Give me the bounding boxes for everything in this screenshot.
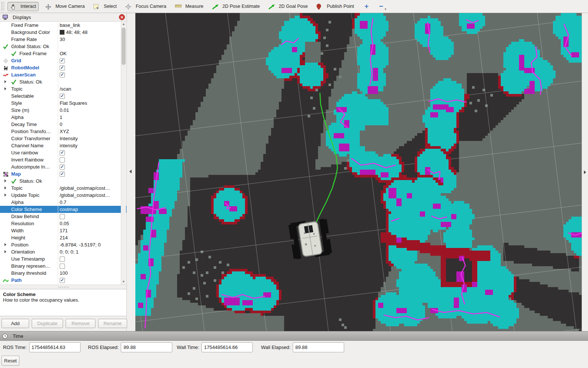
checkbox[interactable]: [60, 65, 65, 70]
tree-row-width[interactable]: Width171: [0, 227, 126, 234]
row-value[interactable]: costmap: [60, 206, 78, 213]
checkbox[interactable]: [60, 164, 65, 170]
duplicate-button[interactable]: Duplicate: [32, 319, 63, 328]
row-value[interactable]: [60, 71, 65, 78]
tree-row-orientation[interactable]: Orientation0; 0; 0; 1: [0, 248, 126, 255]
toolbar-button-2d-pose-estimate[interactable]: 2D Pose Estimate: [210, 2, 262, 11]
checkbox[interactable]: [60, 94, 65, 99]
tree-row-robotmodel[interactable]: RobotModel: [0, 64, 126, 71]
tree-row-use-rainbow[interactable]: Use rainbow: [0, 149, 126, 156]
tree-row-global-status-ok[interactable]: Global Status: Ok: [0, 43, 126, 50]
3d-viewport[interactable]: [135, 13, 582, 331]
tree-row-binary-represen-[interactable]: Binary represen…: [0, 262, 126, 270]
row-value[interactable]: 0; 0; 0; 1: [60, 248, 79, 255]
row-value[interactable]: 30: [60, 36, 65, 43]
tree-row-binary-threshold[interactable]: Binary threshold100: [0, 270, 126, 277]
scrollbar-thumb[interactable]: [122, 28, 126, 65]
tree-row-update-topic[interactable]: Update Topic/global_costmap/cost…: [0, 192, 126, 199]
displays-panel-header[interactable]: Displays ✕: [0, 13, 126, 22]
row-value[interactable]: Intensity: [60, 135, 78, 142]
expand-icon[interactable]: [4, 80, 6, 83]
row-value[interactable]: [60, 170, 65, 177]
row-value[interactable]: [60, 277, 65, 284]
left-splitter[interactable]: [127, 13, 135, 331]
checkbox[interactable]: [60, 278, 65, 283]
tree-row-color-scheme[interactable]: Color Schemecostmap: [0, 206, 126, 213]
reset-button[interactable]: Reset: [1, 356, 19, 366]
remove-button[interactable]: Remove: [66, 319, 95, 328]
tree-row-style[interactable]: StyleFlat Squares: [0, 100, 126, 107]
row-value[interactable]: /scan: [60, 85, 71, 92]
row-value[interactable]: -6.8784; -3.5197; 0: [60, 241, 101, 248]
checkbox[interactable]: [60, 58, 65, 63]
row-value[interactable]: intensity: [60, 142, 78, 149]
toolbar-grip[interactable]: [1, 1, 4, 11]
tree-row-alpha[interactable]: Alpha0.7: [0, 199, 126, 206]
time-panel-header[interactable]: Time: [0, 331, 588, 341]
checkbox[interactable]: [60, 264, 65, 269]
row-value[interactable]: [60, 92, 65, 100]
row-value[interactable]: 0.05: [60, 220, 69, 227]
row-value[interactable]: Flat Squares: [60, 100, 87, 107]
time-field-input[interactable]: [29, 342, 81, 352]
row-value[interactable]: 214: [60, 234, 68, 241]
checkbox[interactable]: [60, 172, 65, 177]
tree-row-map[interactable]: Map: [0, 170, 126, 177]
tree-row-resolution[interactable]: Resolution0.05: [0, 220, 126, 227]
tree-row-topic[interactable]: Topic/scan: [0, 85, 126, 92]
tree-row-status-ok[interactable]: Status: Ok: [0, 177, 126, 185]
scrollbar-up-icon[interactable]: ▲: [121, 22, 126, 27]
row-value[interactable]: [60, 255, 65, 262]
tree-row-decay-time[interactable]: Decay Time0: [0, 121, 126, 128]
remove-tool-button[interactable]: −: [377, 1, 386, 11]
time-field-input[interactable]: [201, 342, 253, 352]
tree-row-selectable[interactable]: Selectable: [0, 92, 126, 100]
row-value[interactable]: [60, 64, 65, 71]
right-splitter[interactable]: [582, 13, 588, 331]
row-value[interactable]: 0.7: [60, 199, 66, 206]
row-value[interactable]: 0.01: [60, 107, 69, 114]
expand-icon[interactable]: [4, 250, 6, 253]
toolbar-button-measure[interactable]: Measure: [173, 2, 206, 11]
checkbox[interactable]: [60, 257, 65, 262]
tree-row-status-ok[interactable]: Status: Ok: [0, 78, 126, 85]
expand-icon[interactable]: [4, 87, 6, 90]
tree-row-position-transfo-[interactable]: Position Transfo…XYZ: [0, 128, 126, 135]
toolbar-overflow-icon[interactable]: ▾: [385, 7, 386, 11]
collapse-right-icon[interactable]: [584, 170, 586, 174]
checkbox[interactable]: [60, 157, 65, 163]
tree-row-path[interactable]: Path: [0, 277, 126, 284]
toolbar-button-select[interactable]: Select: [91, 2, 119, 11]
collapse-left-icon[interactable]: [129, 170, 132, 173]
tree-row-fixed-frame[interactable]: Fixed Framebase_link: [0, 22, 126, 29]
tree-row-invert-rainbow[interactable]: Invert Rainbow: [0, 156, 126, 163]
checkbox[interactable]: [60, 214, 65, 219]
tree-row-background-color[interactable]: Background Color48; 48; 48: [0, 29, 126, 36]
rename-button[interactable]: Rename: [98, 319, 127, 328]
tree-scrollbar[interactable]: ▲ ▼: [121, 22, 126, 284]
tree-row-alpha[interactable]: Alpha1: [0, 114, 126, 121]
tree-row-autocompute-in-[interactable]: Autocompute In…: [0, 163, 126, 170]
tree-row-frame-rate[interactable]: Frame Rate30: [0, 36, 126, 43]
row-value[interactable]: [60, 262, 65, 270]
expand-icon[interactable]: [4, 194, 6, 196]
tree-column-divider[interactable]: [58, 22, 58, 284]
row-value[interactable]: base_link: [60, 22, 80, 29]
expand-icon[interactable]: [4, 186, 6, 189]
row-value[interactable]: 100: [60, 270, 68, 277]
close-icon[interactable]: ✕: [119, 14, 125, 20]
checkbox[interactable]: [60, 72, 65, 78]
expand-icon[interactable]: [4, 179, 6, 182]
tree-row-channel-name[interactable]: Channel Nameintensity: [0, 142, 126, 149]
tree-row-laserscan[interactable]: LaserScan: [0, 71, 126, 78]
time-field-input[interactable]: [293, 342, 344, 352]
toolbar-button-publish-point[interactable]: Publish Point: [314, 2, 356, 11]
tree-row-position[interactable]: Position-6.8784; -3.5197; 0: [0, 241, 126, 248]
add-tool-button[interactable]: +: [362, 1, 371, 11]
row-value[interactable]: /global_costmap/cost…: [60, 185, 110, 192]
tree-resize-grip[interactable]: [0, 284, 126, 289]
row-value[interactable]: [60, 57, 65, 64]
toolbar-button-interact[interactable]: Interact: [7, 2, 39, 11]
scrollbar-down-icon[interactable]: ▼: [121, 279, 126, 284]
tree-row-color-transformer[interactable]: Color TransformerIntensity: [0, 135, 126, 142]
